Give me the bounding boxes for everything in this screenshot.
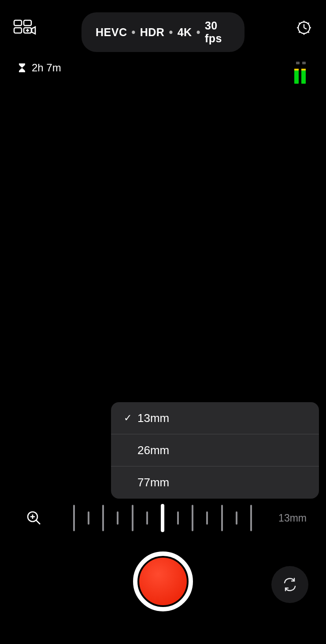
lens-option-13mm[interactable]: ✓ 13mm [111,402,319,434]
settings-button[interactable] [295,19,313,37]
project-library-icon[interactable] [13,19,37,37]
svg-line-13 [299,32,300,33]
record-button-inner [139,558,187,605]
lens-option-label: 26mm [136,444,169,457]
lens-option-label: 77mm [136,476,169,489]
record-button[interactable] [133,551,193,611]
svg-rect-2 [14,28,22,33]
lens-option-26mm[interactable]: 26mm [111,434,319,466]
zoom-in-icon[interactable] [26,511,41,526]
format-codec: HEVC [96,26,127,39]
format-settings-pill[interactable]: HEVC • HDR • 4K • 30 fps [82,12,244,52]
format-resolution: 4K [178,26,192,39]
svg-line-11 [299,23,300,24]
svg-rect-0 [14,20,22,26]
svg-line-12 [308,32,309,33]
focal-length-slider[interactable] [73,503,252,533]
hourglass-icon [19,63,26,73]
remaining-time: 2h 7m [19,62,61,74]
svg-line-16 [304,28,307,29]
format-fps: 30 fps [205,19,230,45]
lens-option-77mm[interactable]: 77mm [111,466,319,499]
svg-rect-1 [24,20,31,26]
audio-level-meter [294,62,307,84]
checkmark-icon: ✓ [120,412,136,424]
current-focal-length[interactable]: 13mm [278,512,307,524]
flip-camera-button[interactable] [271,566,308,603]
separator-dot: • [131,26,135,39]
separator-dot: • [169,26,173,39]
lens-option-label: 13mm [136,411,169,425]
svg-line-14 [308,23,309,24]
format-hdr: HDR [140,26,165,39]
remaining-time-value: 2h 7m [32,62,61,74]
separator-dot: • [196,26,200,39]
slider-thumb[interactable] [161,504,164,532]
svg-line-18 [36,520,40,524]
lens-selection-popup: ✓ 13mm 26mm 77mm [111,402,319,499]
